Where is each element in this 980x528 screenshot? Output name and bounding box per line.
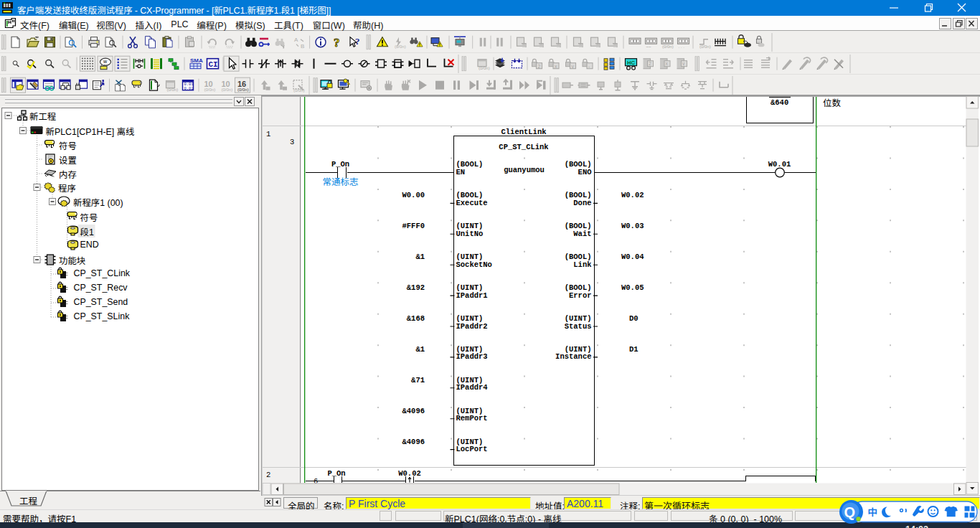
svg-text:&4096: &4096 bbox=[402, 407, 425, 415]
svg-text:W0.05: W0.05 bbox=[621, 283, 644, 292]
svg-text:W0.02: W0.02 bbox=[621, 191, 644, 199]
svg-text:W0.03: W0.03 bbox=[621, 222, 644, 230]
svg-text:2: 2 bbox=[266, 471, 270, 479]
svg-text:w: w bbox=[103, 59, 108, 64]
svg-text:&1: &1 bbox=[415, 345, 425, 354]
svg-text:IPaddr2: IPaddr2 bbox=[456, 322, 488, 331]
svg-text:SocketNo: SocketNo bbox=[456, 260, 492, 269]
svg-text:位数: 位数 bbox=[823, 98, 842, 108]
svg-text:?: ? bbox=[334, 36, 340, 50]
svg-text:&192: &192 bbox=[407, 283, 425, 292]
svg-text:Link: Link bbox=[573, 260, 591, 269]
svg-text:HC: HC bbox=[627, 60, 635, 66]
svg-text:CP_ST_CLink: CP_ST_CLink bbox=[499, 143, 548, 151]
svg-text:ClientLink: ClientLink bbox=[501, 128, 546, 136]
svg-text:Done: Done bbox=[573, 199, 591, 207]
svg-text:Wait: Wait bbox=[573, 230, 591, 238]
svg-text:B: B bbox=[301, 43, 304, 50]
svg-text:P_On: P_On bbox=[327, 469, 345, 478]
svg-text:guanyumou: guanyumou bbox=[504, 166, 545, 174]
svg-text:LocPort: LocPort bbox=[456, 445, 488, 453]
svg-text:&640: &640 bbox=[771, 98, 788, 107]
svg-text:(0/0n): (0/0n) bbox=[479, 66, 490, 70]
svg-text:3: 3 bbox=[290, 138, 294, 146]
svg-text:(0/0n): (0/0n) bbox=[222, 88, 233, 92]
svg-text:Instance: Instance bbox=[555, 352, 591, 361]
svg-text:?: ? bbox=[355, 36, 360, 47]
svg-text:(0/0n): (0/0n) bbox=[167, 88, 179, 92]
svg-text:2: 2 bbox=[649, 61, 651, 66]
svg-text:. . .: . . . bbox=[679, 44, 685, 49]
svg-text:Error: Error bbox=[569, 291, 592, 300]
svg-text:SMA: SMA bbox=[190, 57, 203, 64]
svg-text:D1: D1 bbox=[629, 345, 639, 354]
svg-text:Status: Status bbox=[565, 322, 592, 331]
svg-text:EN: EN bbox=[456, 168, 466, 176]
svg-text:x: x bbox=[555, 64, 557, 69]
svg-text:&1: &1 bbox=[415, 253, 425, 261]
svg-text:常通标志: 常通标志 bbox=[323, 177, 359, 187]
svg-text:W0.02: W0.02 bbox=[398, 469, 421, 478]
svg-text:P_On: P_On bbox=[331, 160, 349, 169]
svg-text:&71: &71 bbox=[411, 376, 425, 385]
svg-text:Execute: Execute bbox=[456, 199, 488, 207]
svg-text:IPaddr4: IPaddr4 bbox=[456, 383, 488, 392]
svg-text:W0.00: W0.00 bbox=[402, 191, 425, 199]
svg-text:(0/0n): (0/0n) bbox=[662, 44, 674, 49]
svg-text:(0/0n): (0/0n) bbox=[204, 88, 216, 92]
svg-text:1: 1 bbox=[266, 130, 270, 138]
svg-text:x: x bbox=[666, 61, 669, 66]
svg-text:UnitNo: UnitNo bbox=[456, 230, 484, 238]
svg-text:RemPort: RemPort bbox=[456, 414, 488, 423]
svg-text:(0/0n): (0/0n) bbox=[237, 88, 249, 92]
svg-text:(0/0n): (0/0n) bbox=[293, 88, 305, 93]
svg-text:W0.01: W0.01 bbox=[768, 160, 791, 169]
svg-text:W0.04: W0.04 bbox=[621, 253, 644, 261]
svg-text:0.02: 0.02 bbox=[184, 86, 194, 91]
svg-text:~~: ~~ bbox=[646, 44, 652, 49]
svg-text:IPaddr3: IPaddr3 bbox=[456, 352, 488, 361]
svg-text:&168: &168 bbox=[407, 314, 425, 323]
svg-text:ENO: ENO bbox=[578, 168, 592, 176]
svg-text:(0/0n): (0/0n) bbox=[395, 44, 406, 49]
svg-text:Q: Q bbox=[844, 504, 856, 520]
svg-text:2: 2 bbox=[538, 64, 541, 69]
svg-text:v: v bbox=[682, 61, 685, 66]
svg-text:D0: D0 bbox=[629, 314, 639, 323]
svg-text:&4096: &4096 bbox=[402, 438, 425, 446]
svg-text:IPaddr1: IPaddr1 bbox=[456, 291, 488, 300]
svg-text:#FFF0: #FFF0 bbox=[402, 222, 425, 230]
svg-text:(0/0n): (0/0n) bbox=[699, 44, 711, 49]
svg-text:v: v bbox=[572, 64, 575, 69]
svg-text:CI: CI bbox=[209, 60, 218, 69]
svg-text:中: 中 bbox=[868, 507, 878, 518]
svg-text:A: A bbox=[294, 37, 298, 43]
